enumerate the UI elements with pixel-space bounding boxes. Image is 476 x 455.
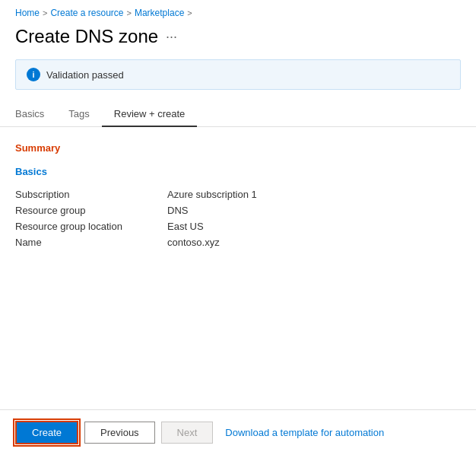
field-value: DNS	[167, 202, 461, 218]
download-template-link[interactable]: Download a template for automation	[225, 427, 384, 438]
previous-button[interactable]: Previous	[84, 422, 155, 444]
breadcrumb: Home > Create a resource > Marketplace >	[0, 0, 476, 23]
breadcrumb-marketplace[interactable]: Marketplace	[135, 8, 184, 18]
table-row: Resource groupDNS	[15, 202, 461, 218]
main-content: Summary Basics SubscriptionAzure subscri…	[0, 142, 476, 250]
validation-banner: i Validation passed	[15, 59, 461, 90]
field-key: Resource group	[15, 202, 167, 218]
field-value: contoso.xyz	[167, 234, 461, 250]
create-button[interactable]: Create	[15, 421, 78, 444]
footer: Create Previous Next Download a template…	[0, 409, 476, 455]
page-title-row: Create DNS zone ···	[0, 23, 476, 59]
table-row: SubscriptionAzure subscription 1	[15, 186, 461, 202]
tab-basics[interactable]: Basics	[15, 102, 56, 127]
page-title: Create DNS zone	[15, 26, 158, 47]
breadcrumb-sep-1: >	[43, 8, 47, 18]
next-button: Next	[161, 422, 214, 444]
field-key: Name	[15, 234, 167, 250]
more-options-icon[interactable]: ···	[166, 29, 177, 45]
table-row: Resource group locationEast US	[15, 218, 461, 234]
tab-tags[interactable]: Tags	[56, 102, 101, 127]
tab-review-create[interactable]: Review + create	[102, 102, 198, 127]
breadcrumb-home[interactable]: Home	[15, 8, 40, 18]
details-table: SubscriptionAzure subscription 1Resource…	[15, 186, 461, 250]
validation-text: Validation passed	[46, 69, 124, 81]
field-value: East US	[167, 218, 461, 234]
breadcrumb-sep-3: >	[187, 8, 192, 18]
breadcrumb-sep-2: >	[127, 8, 132, 18]
field-value: Azure subscription 1	[167, 186, 461, 202]
info-icon: i	[27, 68, 40, 81]
breadcrumb-create-resource[interactable]: Create a resource	[50, 8, 123, 18]
field-key: Subscription	[15, 186, 167, 202]
section-basics-label: Basics	[15, 166, 461, 177]
summary-label: Summary	[15, 142, 461, 154]
table-row: Namecontoso.xyz	[15, 234, 461, 250]
tabs: Basics Tags Review + create	[0, 102, 476, 127]
field-key: Resource group location	[15, 218, 167, 234]
